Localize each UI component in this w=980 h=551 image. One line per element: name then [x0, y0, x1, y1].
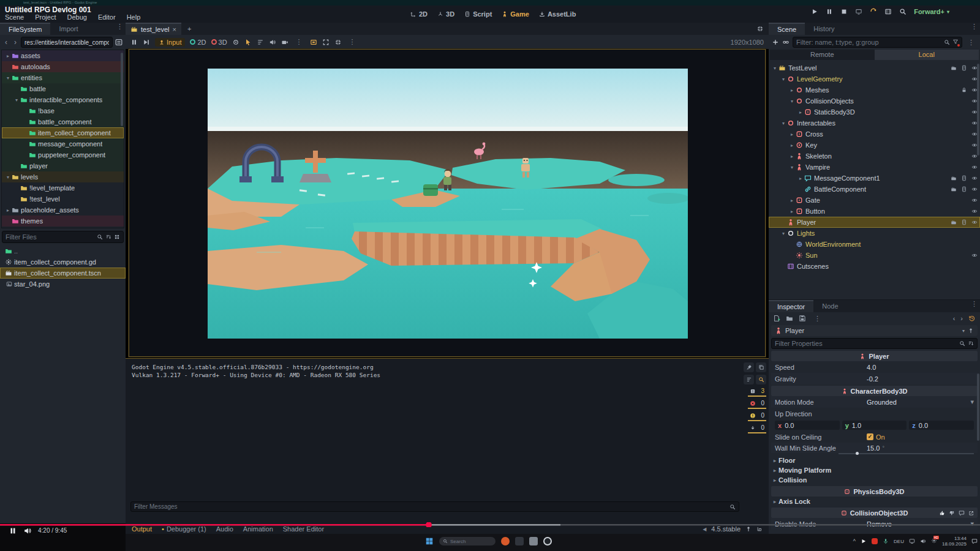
- script-icon[interactable]: [961, 175, 967, 181]
- tab-import[interactable]: Import: [50, 23, 86, 35]
- scene-node-button[interactable]: ▸Button: [769, 206, 980, 217]
- inspected-object-row[interactable]: Player ▾: [771, 325, 978, 336]
- filter-files-input[interactable]: [6, 233, 94, 241]
- property-sort-icon[interactable]: [968, 340, 974, 347]
- audio-mute-icon[interactable]: [269, 39, 276, 46]
- scene-node-gate[interactable]: ▸Gate: [769, 195, 980, 206]
- scene-node-messagecomponent1[interactable]: ▸MessageComponent1: [769, 173, 980, 184]
- resource-path-input[interactable]: [24, 39, 109, 46]
- scene-tab-test-level[interactable]: test_level ×: [126, 23, 181, 35]
- eye-icon[interactable]: [971, 175, 978, 181]
- tray-play-logo-icon[interactable]: [861, 538, 867, 544]
- thumbs-up-icon[interactable]: [939, 510, 945, 516]
- tray-settings-icon[interactable]: HD: [931, 538, 937, 545]
- pin-object-icon[interactable]: [968, 328, 974, 334]
- menu-scene[interactable]: Scene: [5, 13, 24, 21]
- camera-override-icon[interactable]: [232, 39, 239, 46]
- split-mode-icon[interactable]: [115, 38, 123, 47]
- comment-icon[interactable]: [959, 510, 965, 516]
- file-tree-scrollbar[interactable]: [121, 53, 123, 126]
- filter-files-field[interactable]: [2, 231, 124, 243]
- script-icon[interactable]: [961, 219, 967, 225]
- clear-output-button[interactable]: [744, 362, 754, 372]
- lock-icon[interactable]: [961, 87, 967, 93]
- tab-shader-editor[interactable]: Shader Editor: [283, 525, 324, 533]
- embed-menu-icon[interactable]: ⋮: [347, 38, 358, 46]
- menu-debug[interactable]: Debug: [67, 13, 86, 21]
- tray-mic-icon[interactable]: [883, 538, 889, 544]
- back-icon[interactable]: ‹: [2, 38, 10, 47]
- save-resource-icon[interactable]: [799, 315, 806, 322]
- property-disable-mode[interactable]: Disable ModeRemove▾: [771, 518, 978, 530]
- expand-viewport-icon[interactable]: [752, 23, 769, 35]
- scene-node-testlevel[interactable]: ▾TestLevel: [769, 62, 980, 73]
- inspector-menu-icon[interactable]: ⋮: [968, 300, 980, 312]
- menu-project[interactable]: Project: [35, 13, 56, 21]
- play-button[interactable]: [811, 8, 818, 15]
- taskbar-app-dark-icon[interactable]: [515, 537, 524, 545]
- node-list-icon[interactable]: [257, 39, 264, 46]
- file-tree-item-autoloads[interactable]: autoloads: [2, 61, 124, 72]
- wall-angle-slider[interactable]: [839, 453, 974, 454]
- local-tab[interactable]: Local: [875, 50, 979, 60]
- section-header-characterbody3d[interactable]: CharacterBody3D: [771, 386, 978, 396]
- scene-filter-input[interactable]: [796, 39, 941, 46]
- scene-node-cross[interactable]: ▸Cross: [769, 129, 980, 140]
- pin-panel-icon[interactable]: [745, 526, 752, 532]
- add-node-icon[interactable]: [772, 39, 779, 46]
- file-tree-item-message-component[interactable]: message_component: [2, 138, 124, 149]
- file-tree-item-placeholder-assets[interactable]: ▸ placeholder_assets: [2, 204, 124, 216]
- external-link-icon[interactable]: [968, 510, 974, 516]
- chevron-down-icon[interactable]: ▾: [962, 328, 965, 334]
- group-moving-platform[interactable]: ▸Moving Platform: [771, 465, 978, 475]
- input-mode-button[interactable]: Input: [155, 38, 185, 47]
- error-count-toggle[interactable]: 0: [748, 399, 766, 409]
- tab-scene[interactable]: Scene: [769, 23, 805, 35]
- run-search-icon[interactable]: [899, 8, 907, 15]
- workspace-tab-3d[interactable]: 3D: [437, 10, 454, 18]
- instance-scene-icon[interactable]: [782, 39, 790, 46]
- file-tree-item-interactible-components[interactable]: ▾ interactible_components: [2, 94, 124, 105]
- vector-x-field[interactable]: x0.0: [775, 421, 840, 430]
- filter-properties-input[interactable]: [775, 340, 957, 347]
- tab-filesystem[interactable]: FileSystem: [0, 23, 50, 35]
- eye-icon[interactable]: [971, 219, 978, 225]
- scene-node-player[interactable]: Player: [769, 217, 980, 228]
- history-forward-icon[interactable]: ›: [960, 315, 963, 322]
- vector-z-field[interactable]: z0.0: [909, 421, 974, 430]
- vector-y-field[interactable]: y1.0: [842, 421, 907, 430]
- remote-tab[interactable]: Remote: [770, 50, 875, 60]
- copy-output-button[interactable]: [756, 362, 766, 372]
- property-wall-min-slide-angle[interactable]: Wall Min Slide Angle15.0°: [771, 443, 978, 453]
- warning-count-toggle[interactable]: 0: [748, 411, 766, 421]
- scene-node-key[interactable]: ▸Key: [769, 140, 980, 151]
- taskbar-app-obs-icon[interactable]: [543, 537, 552, 545]
- file-tree-item-player[interactable]: player: [2, 160, 124, 171]
- menu-help[interactable]: Help: [127, 13, 141, 21]
- group-axis-lock[interactable]: ▸Axis Lock: [771, 497, 978, 506]
- file-tree-item-battle[interactable]: battle: [2, 83, 124, 94]
- property-speed[interactable]: Speed4.0: [771, 361, 978, 373]
- grid-view-icon[interactable]: [114, 234, 120, 240]
- tray-record-icon[interactable]: [872, 538, 878, 544]
- movie-icon[interactable]: [951, 175, 957, 181]
- script-icon[interactable]: [961, 186, 967, 192]
- scene-tree-menu-icon[interactable]: ⋮: [965, 39, 977, 47]
- history-icon[interactable]: [968, 315, 976, 322]
- workspace-tab-game[interactable]: Game: [502, 10, 529, 18]
- embed-game-icon[interactable]: [310, 39, 317, 46]
- scene-node-battlecomponent[interactable]: BattleComponent: [769, 184, 980, 195]
- scene-filter-field[interactable]: [793, 37, 962, 48]
- tray-clock[interactable]: 13:4418.09.2025: [942, 536, 967, 547]
- workspace-tab-2d[interactable]: 2D: [410, 10, 428, 18]
- tray-volume-icon[interactable]: [920, 538, 926, 544]
- workspace-tab-script[interactable]: Script: [464, 10, 492, 18]
- group-floor[interactable]: ▸Floor: [771, 455, 978, 465]
- scene-node-cutscenes[interactable]: Cutscenes: [769, 261, 980, 272]
- renderer-dropdown[interactable]: Forward+▾: [914, 8, 949, 15]
- taskbar-app-firefox-icon[interactable]: [501, 537, 510, 545]
- section-header-collisionobject3d[interactable]: CollisionObject3D: [771, 508, 978, 518]
- windows-start-icon[interactable]: [425, 537, 434, 545]
- group-collision[interactable]: ▸Collision: [771, 475, 978, 485]
- file-tree-item-entities[interactable]: ▾ entities: [2, 72, 124, 83]
